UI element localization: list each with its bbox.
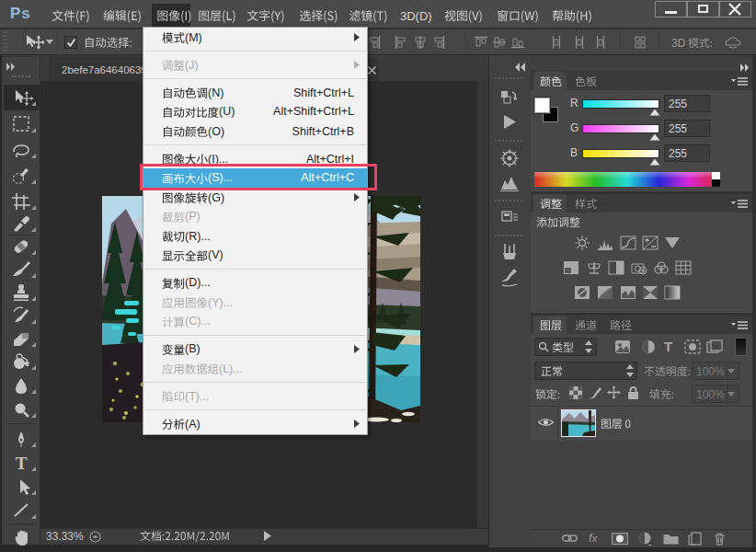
- svg-text:T: T: [16, 454, 28, 472]
